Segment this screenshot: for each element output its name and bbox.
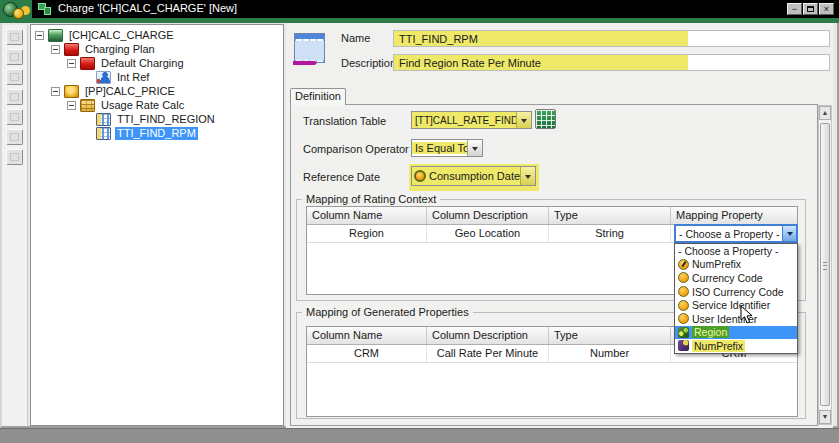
- rating-context-title: Mapping of Rating Context: [302, 193, 440, 205]
- dropdown-option[interactable]: - Choose a Property -: [675, 244, 797, 258]
- tree-item-charging-plan[interactable]: Charging Plan: [31, 42, 283, 56]
- restore-button[interactable]: [803, 3, 818, 15]
- tree-item-usage-rate-calc[interactable]: Usage Rate Calc: [31, 98, 283, 112]
- int-ref-icon: [96, 71, 111, 84]
- navigation-tree: [CH]CALC_CHARGE Charging Plan Default Ch…: [30, 24, 284, 426]
- charge-icon: [48, 29, 63, 42]
- reference-date-dropdown[interactable]: Consumption Date: [411, 166, 536, 186]
- charging-plan-icon: [64, 43, 79, 56]
- table-cell: Number: [549, 345, 671, 362]
- table-cell: String: [549, 225, 671, 242]
- column-header: Column Description: [427, 207, 549, 224]
- column-header: Column Name: [307, 327, 427, 344]
- restore-icon: [807, 6, 814, 12]
- comparison-operator-label: Comparison Operator: [303, 143, 409, 155]
- collapse-icon[interactable]: [51, 45, 60, 54]
- desktop-background: [0, 428, 839, 443]
- translation-table-icon: [96, 127, 111, 140]
- dropdown-option[interactable]: Currency Code: [675, 271, 797, 285]
- generated-property-icon: [678, 340, 689, 351]
- column-header: Column Name: [307, 207, 427, 224]
- tree-item-calc-price[interactable]: [PP]CALC_PRICE: [31, 84, 283, 98]
- title-bar-inner: Charge '[CH]CALC_CHARGE' [New] − ×: [32, 0, 839, 18]
- dropdown-option[interactable]: ISO Currency Code: [675, 285, 797, 299]
- collapse-icon[interactable]: [67, 59, 76, 68]
- chevron-down-icon[interactable]: [520, 167, 535, 185]
- toolbar-button-6[interactable]: [6, 129, 23, 145]
- vertical-scrollbar[interactable]: ▲ ▼: [818, 105, 832, 425]
- close-button[interactable]: ×: [819, 3, 834, 15]
- description-label: Description: [341, 57, 396, 69]
- title-bar: Charge '[CH]CALC_CHARGE' [New] − ×: [0, 0, 839, 23]
- window-title: Charge '[CH]CALC_CHARGE' [New]: [58, 2, 237, 14]
- dropdown-option[interactable]: Service Identifier: [675, 298, 797, 312]
- mapping-property-dropdown[interactable]: - Choose a Property -: [674, 224, 798, 243]
- tree-item-tti-find-region[interactable]: TTI_FIND_REGION: [31, 112, 283, 126]
- property-icon: [678, 272, 689, 283]
- side-toolbar: [2, 25, 28, 426]
- dropdown-option[interactable]: NumPrefix: [675, 339, 797, 353]
- column-header: Column Description: [427, 327, 549, 344]
- reference-date-label: Reference Date: [303, 171, 380, 183]
- chevron-down-icon[interactable]: [467, 140, 482, 156]
- collapse-icon[interactable]: [51, 87, 60, 96]
- tree-item-default-charging[interactable]: Default Charging: [31, 56, 283, 70]
- application-window: Charge '[CH]CALC_CHARGE' [New] − × [CH]C…: [0, 0, 839, 443]
- numprefix-property-icon: [678, 259, 689, 270]
- table-cell: Geo Location: [427, 225, 549, 242]
- translation-table-dropdown[interactable]: [TT]CALL_RATE_FINDER: [411, 111, 532, 129]
- column-header: Type: [549, 207, 671, 224]
- chevron-down-icon[interactable]: [782, 226, 796, 241]
- description-input[interactable]: Find Region Rate Per Minute: [393, 54, 830, 71]
- property-icon: [678, 286, 689, 297]
- translation-table-label: Translation Table: [303, 115, 386, 127]
- toolbar-button-4[interactable]: [6, 89, 23, 105]
- dropdown-option-region[interactable]: Region: [675, 326, 797, 340]
- charge-window-icon: [38, 3, 51, 15]
- collapse-icon[interactable]: [67, 101, 76, 110]
- toolbar-button-1[interactable]: [6, 29, 23, 45]
- scroll-down-icon[interactable]: ▼: [819, 410, 831, 424]
- table-header-row: Column Name Column Description Type Mapp…: [307, 207, 797, 225]
- dropdown-option[interactable]: NumPrefix: [675, 258, 797, 272]
- table-cell: Call Rate Per Minute: [427, 345, 549, 362]
- scroll-up-icon[interactable]: ▲: [819, 106, 831, 120]
- tree-item-calc-charge[interactable]: [CH]CALC_CHARGE: [31, 28, 283, 42]
- tree-item-tti-find-rpm[interactable]: TTI_FIND_RPM: [31, 126, 283, 140]
- toolbar-button-3[interactable]: [6, 69, 23, 85]
- minimize-button[interactable]: −: [787, 3, 802, 15]
- property-icon: [678, 313, 689, 324]
- dropdown-option[interactable]: User Identifier: [675, 312, 797, 326]
- default-charging-icon: [80, 57, 95, 70]
- consumption-date-icon: [414, 170, 426, 182]
- coins-icon: [3, 1, 31, 21]
- name-label: Name: [341, 32, 370, 44]
- property-icon: [678, 300, 689, 311]
- translation-mapping-icon: [294, 33, 325, 63]
- scrollbar-thumb[interactable]: [820, 123, 830, 406]
- generated-properties-title: Mapping of Generated Properties: [302, 306, 473, 318]
- translation-table-picker-button[interactable]: [535, 109, 556, 129]
- column-header: Mapping Property: [671, 207, 797, 224]
- tab-definition[interactable]: Definition: [290, 88, 346, 105]
- toolbar-button-5[interactable]: [6, 109, 23, 125]
- chevron-down-icon[interactable]: [516, 112, 531, 128]
- region-property-icon: [678, 327, 689, 338]
- table-cell: Region: [307, 225, 427, 242]
- comparison-operator-dropdown[interactable]: Is Equal To: [411, 139, 483, 157]
- translation-table-icon: [96, 113, 111, 126]
- mapping-property-option-list: - Choose a Property - NumPrefix Currency…: [674, 243, 798, 354]
- column-header: Type: [549, 327, 671, 344]
- tree-item-int-ref[interactable]: Int Ref: [31, 70, 283, 84]
- mouse-cursor-icon: [740, 305, 753, 325]
- calc-price-icon: [64, 85, 79, 98]
- collapse-icon[interactable]: [35, 31, 44, 40]
- usage-rate-calc-icon: [80, 99, 95, 112]
- name-input[interactable]: TTI_FIND_RPM: [393, 30, 830, 47]
- table-cell: CRM: [307, 345, 427, 362]
- toolbar-button-2[interactable]: [6, 49, 23, 65]
- toolbar-button-7[interactable]: [6, 149, 23, 165]
